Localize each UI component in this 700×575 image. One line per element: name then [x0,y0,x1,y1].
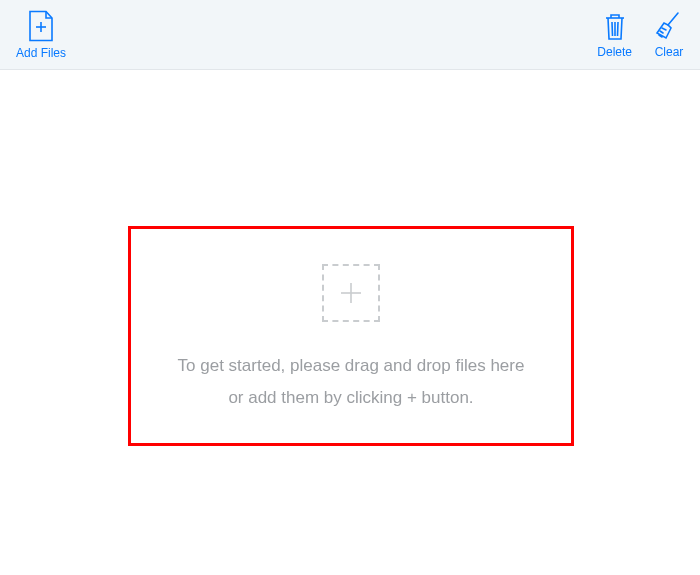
svg-line-6 [660,31,663,33]
main-content: To get started, please drag and drop fil… [0,70,700,575]
svg-line-4 [617,22,618,36]
dropzone-text: To get started, please drag and drop fil… [178,350,525,415]
clear-button[interactable]: Clear [654,11,684,59]
dropzone[interactable]: To get started, please drag and drop fil… [128,226,574,446]
delete-button[interactable]: Delete [597,11,632,59]
add-files-label: Add Files [16,46,66,60]
svg-line-5 [668,13,678,25]
delete-label: Delete [597,45,632,59]
toolbar-left: Add Files [16,10,66,60]
broom-icon [654,11,684,41]
trash-icon [602,11,628,41]
dropzone-line1: To get started, please drag and drop fil… [178,350,525,382]
svg-line-7 [662,28,666,30]
toolbar: Add Files Delete [0,0,700,70]
dropzone-line2: or add them by clicking + button. [178,382,525,414]
svg-line-2 [612,22,613,36]
add-file-icon [27,10,55,42]
add-files-button[interactable]: Add Files [16,10,66,60]
add-placeholder-icon [322,264,380,322]
toolbar-right: Delete Clear [597,11,684,59]
clear-label: Clear [655,45,684,59]
